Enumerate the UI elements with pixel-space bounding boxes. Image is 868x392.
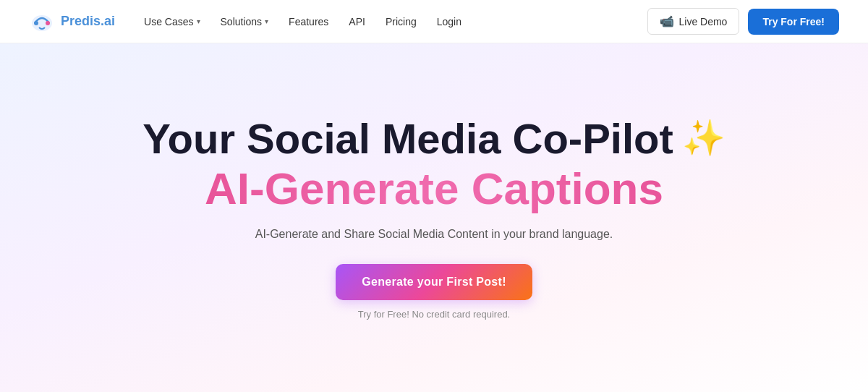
hero-title-line2: AI-Generate Captions: [205, 164, 663, 213]
live-demo-button[interactable]: 📹 Live Demo: [647, 8, 739, 35]
hero-title-line1: Your Social Media Co-Pilot ✨: [142, 116, 726, 162]
nav-links: Use Cases ▾ Solutions ▾ Features API Pri…: [144, 16, 647, 27]
svg-point-1: [34, 21, 38, 25]
nav-login[interactable]: Login: [437, 16, 461, 27]
try-free-button[interactable]: Try For Free!: [748, 9, 839, 35]
navbar: Predis.ai Use Cases ▾ Solutions ▾ Featur…: [0, 0, 868, 43]
chevron-down-icon: ▾: [197, 17, 200, 25]
logo[interactable]: Predis.ai: [29, 9, 115, 35]
sparkle-icon: ✨: [682, 119, 726, 158]
logo-text: Predis.ai: [61, 14, 115, 29]
hero-subtitle: AI-Generate and Share Social Media Conte…: [255, 228, 613, 241]
nav-pricing[interactable]: Pricing: [386, 16, 417, 27]
generate-first-post-button[interactable]: Generate your First Post!: [336, 264, 532, 300]
nav-api[interactable]: API: [349, 16, 365, 27]
nav-right-actions: 📹 Live Demo Try For Free!: [647, 8, 839, 35]
predis-logo-icon: [29, 9, 55, 35]
chevron-down-icon: ▾: [265, 17, 268, 25]
free-note-text: Try for Free! No credit card required.: [358, 309, 510, 320]
nav-use-cases[interactable]: Use Cases ▾: [144, 16, 200, 27]
hero-section: Your Social Media Co-Pilot ✨ AI-Generate…: [0, 43, 868, 392]
svg-point-2: [46, 21, 50, 25]
nav-features[interactable]: Features: [289, 16, 328, 27]
nav-solutions[interactable]: Solutions ▾: [221, 16, 269, 27]
camera-icon: 📹: [660, 14, 674, 28]
